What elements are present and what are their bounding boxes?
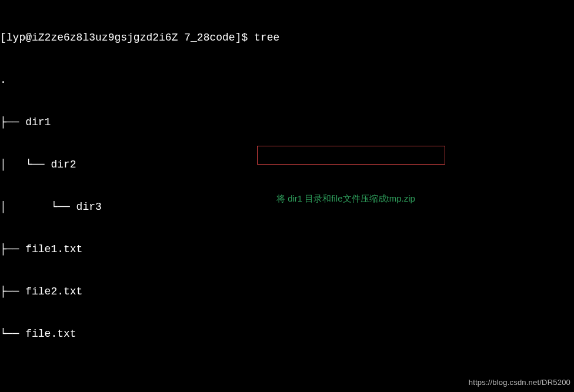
tree-entry: └── file.txt bbox=[0, 327, 76, 341]
command-tree: tree bbox=[254, 31, 279, 45]
highlight-box bbox=[257, 146, 445, 165]
shell-prompt: [lyp@iZ2ze6z8l3uz9gsjgzd2i6Z 7_28code]$ bbox=[0, 31, 254, 45]
tree-entry: ├── file2.txt bbox=[0, 284, 82, 299]
tree-root-dot: . bbox=[0, 73, 6, 87]
prompt-line[interactable]: [lyp@iZ2ze6z8l3uz9gsjgzd2i6Z 7_28code]$ … bbox=[0, 31, 574, 45]
watermark: https://blog.csdn.net/DR5200 bbox=[469, 376, 570, 390]
tree-entry: │ └── dir2 bbox=[0, 158, 76, 172]
annotation-text: 将 dir1 目录和file文件压缩成tmp.zip bbox=[276, 192, 415, 206]
tree-entry: ├── dir1 bbox=[0, 115, 51, 129]
tree-entry: │ └── dir3 bbox=[0, 200, 102, 214]
tree-entry: ├── file1.txt bbox=[0, 242, 82, 256]
